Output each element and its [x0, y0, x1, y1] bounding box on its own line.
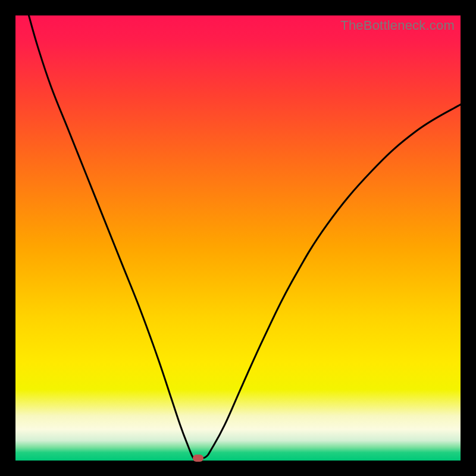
bottleneck-curve — [29, 15, 461, 460]
chart-frame: TheBottleneck.com — [0, 0, 476, 476]
curve-svg — [15, 15, 461, 461]
optimal-point-marker — [193, 455, 203, 462]
plot-area: TheBottleneck.com — [15, 15, 461, 461]
